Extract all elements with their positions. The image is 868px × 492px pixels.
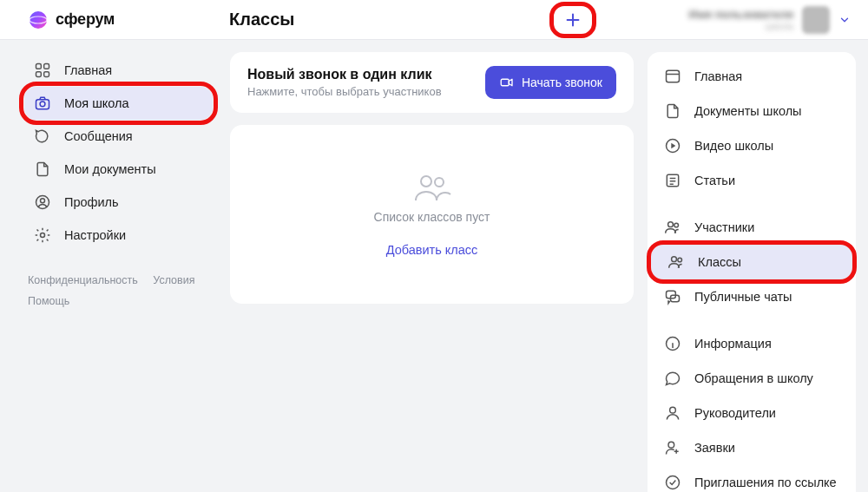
brand-name: сферум: [56, 10, 115, 29]
profile-icon: [33, 193, 52, 212]
sidebar-item-label: Настройки: [64, 228, 126, 242]
right-item-video[interactable]: Видео школы: [648, 128, 856, 163]
page-title: Классы: [229, 10, 294, 30]
svg-point-13: [435, 178, 444, 187]
sidebar-item-profile[interactable]: Профиль: [24, 186, 213, 219]
sidebar-item-label: Главная: [64, 63, 112, 77]
sidebar-item-documents[interactable]: Мои документы: [24, 153, 213, 186]
svg-rect-5: [44, 72, 49, 77]
svg-point-7: [40, 102, 45, 107]
window-icon: [663, 67, 682, 86]
sidebar-item-settings[interactable]: Настройки: [24, 219, 213, 252]
sidebar-item-my-school[interactable]: Моя школа: [24, 87, 213, 120]
svg-rect-3: [44, 64, 49, 69]
svg-point-25: [668, 442, 674, 448]
main-content: Новый звонок в один клик Нажмите, чтобы …: [223, 40, 642, 492]
svg-point-10: [41, 233, 45, 238]
right-item-classes[interactable]: Классы: [651, 245, 852, 279]
right-item-info[interactable]: Информация: [648, 326, 856, 361]
right-item-label: Заявки: [694, 441, 735, 455]
person-icon: [663, 403, 682, 423]
plus-icon: [563, 10, 582, 30]
video-icon: [499, 75, 515, 90]
svg-point-17: [668, 222, 674, 227]
right-item-articles[interactable]: Статьи: [648, 163, 856, 198]
footer-help[interactable]: Помощь: [28, 295, 69, 307]
right-item-label: Приглашения по ссылке: [694, 476, 837, 489]
right-item-label: Документы школы: [694, 104, 802, 118]
chevron-down-icon: [838, 14, 851, 26]
chats-icon: [663, 287, 682, 306]
sphere-logo-icon: [28, 10, 49, 30]
call-card-subtitle: Нажмите, чтобы выбрать участников: [247, 85, 442, 98]
document-icon: [663, 102, 682, 121]
sidebar-item-label: Сообщения: [64, 129, 133, 143]
right-item-members[interactable]: Участники: [648, 210, 856, 245]
document-icon: [33, 160, 52, 179]
add-class-link[interactable]: Добавить класс: [386, 243, 478, 257]
sidebar-item-messages[interactable]: Сообщения: [24, 120, 213, 153]
footer-privacy[interactable]: Конфиденциальность: [28, 274, 138, 286]
sidebar-left: Главная Моя школа Сообщения Мои документ…: [0, 40, 223, 492]
sidebar-item-label: Моя школа: [64, 96, 129, 110]
right-item-label: Видео школы: [694, 139, 773, 153]
chat-icon: [663, 369, 682, 388]
right-item-label: Статьи: [694, 174, 735, 187]
user-name: Имя пользователя: [689, 8, 793, 21]
call-card-title: Новый звонок в один клик: [247, 67, 442, 82]
request-icon: [663, 438, 682, 457]
chat-icon: [33, 127, 52, 146]
right-item-label: Публичные чаты: [694, 290, 792, 304]
right-item-requests[interactable]: Заявки: [648, 430, 856, 465]
user-menu[interactable]: Имя пользователя школа: [689, 6, 851, 34]
right-item-label: Руководители: [694, 406, 776, 420]
svg-rect-11: [501, 79, 509, 86]
camera-icon: [33, 94, 52, 113]
sidebar-item-label: Профиль: [64, 195, 119, 209]
call-card: Новый звонок в один клик Нажмите, чтобы …: [230, 52, 634, 113]
play-icon: [663, 136, 682, 155]
sidebar-item-home[interactable]: Главная: [24, 54, 213, 87]
svg-point-12: [421, 176, 431, 187]
topbar: сферум Классы Имя пользователя школа: [0, 0, 868, 40]
start-call-label: Начать звонок: [522, 75, 602, 89]
grid-icon: [33, 61, 52, 80]
svg-rect-2: [36, 64, 42, 69]
footer-links: Конфиденциальность Условия Помощь: [24, 271, 213, 312]
svg-point-18: [674, 223, 679, 227]
add-button[interactable]: [552, 4, 594, 36]
svg-point-26: [667, 476, 680, 489]
right-item-label: Обращения в школу: [694, 371, 813, 385]
classes-card: Список классов пуст Добавить класс: [230, 125, 634, 304]
info-icon: [663, 334, 682, 353]
sidebar-right: Главная Документы школы Видео школы Стат…: [642, 40, 868, 492]
footer-terms[interactable]: Условия: [153, 274, 194, 286]
brand-logo[interactable]: сферум: [28, 10, 229, 30]
link-icon: [663, 473, 682, 492]
sidebar-item-label: Мои документы: [64, 162, 156, 176]
people-empty-icon: [413, 172, 451, 203]
svg-rect-4: [36, 72, 42, 77]
right-item-label: Главная: [694, 69, 742, 83]
user-subtitle: школа: [689, 21, 793, 31]
avatar: [802, 6, 830, 34]
right-item-managers[interactable]: Руководители: [648, 396, 856, 430]
right-item-invites[interactable]: Приглашения по ссылке: [648, 465, 856, 492]
right-item-appeals[interactable]: Обращения в школу: [648, 361, 856, 396]
right-item-home[interactable]: Главная: [648, 59, 856, 94]
svg-point-19: [672, 257, 677, 262]
empty-classes-title: Список классов пуст: [374, 210, 490, 224]
people-icon: [667, 253, 686, 272]
start-call-button[interactable]: Начать звонок: [485, 66, 616, 99]
right-item-label: Информация: [694, 337, 772, 351]
svg-point-24: [670, 407, 676, 413]
svg-point-20: [678, 258, 682, 262]
svg-point-9: [41, 199, 45, 203]
svg-point-0: [30, 11, 47, 29]
right-item-label: Участники: [694, 220, 754, 234]
right-item-label: Классы: [698, 255, 741, 269]
right-item-documents[interactable]: Документы школы: [648, 94, 856, 128]
people-icon: [663, 218, 682, 237]
article-icon: [663, 171, 682, 190]
right-item-public-chats[interactable]: Публичные чаты: [648, 279, 856, 314]
